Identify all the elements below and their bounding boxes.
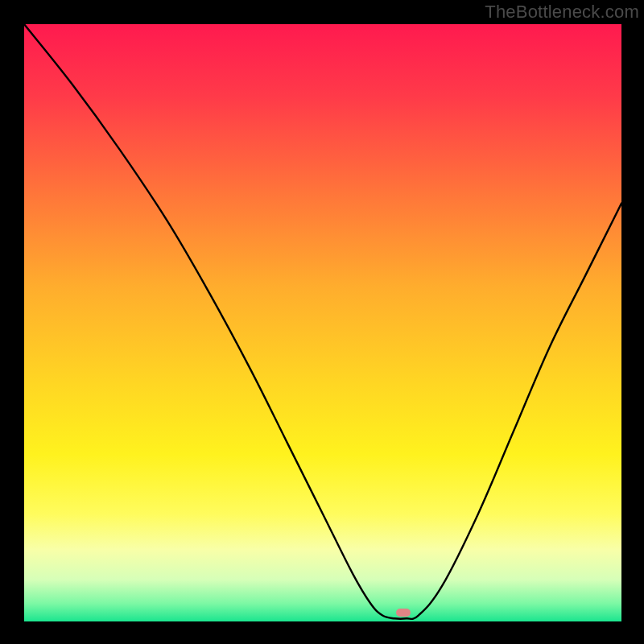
chart-root: TheBottleneck.com [0, 0, 644, 644]
watermark-text: TheBottleneck.com [485, 2, 639, 23]
heat-gradient-with-curve [24, 24, 621, 621]
optimum-marker [396, 609, 411, 617]
gradient-background [24, 24, 621, 621]
plot-area [24, 24, 621, 621]
